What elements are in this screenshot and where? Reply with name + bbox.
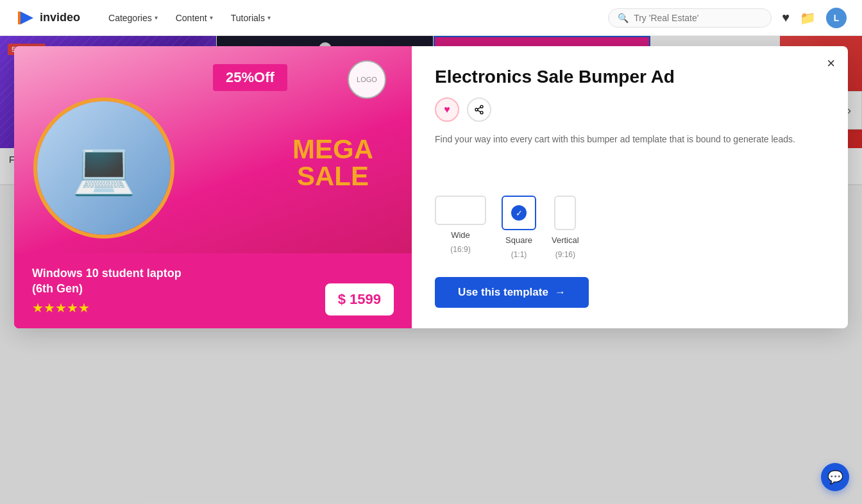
svg-point-3 [475,108,478,111]
share-button[interactable] [467,97,491,122]
svg-marker-1 [18,12,21,24]
svg-line-6 [478,107,481,109]
format-thumb-vertical[interactable] [554,196,576,230]
share-icon [474,105,484,115]
use-template-button[interactable]: Use this template → [435,277,589,308]
preview-logo-circle: LOGO [348,60,386,99]
modal-title: Electronics Sale Bumper Ad [435,67,825,87]
format-ratio-wide: (16:9) [450,245,470,254]
logo-text: invideo [40,11,80,24]
format-ratio-square: (1:1) [511,250,527,259]
preview-product-variant: (6th Gen) [32,281,182,296]
format-option-vertical[interactable]: Vertical (9:16) [552,196,579,259]
header: invideo Categories ▾ Content ▾ Tutorials… [0,0,862,36]
search-bar[interactable]: 🔍 [608,8,772,28]
folder-icon[interactable]: 📁 [800,10,816,26]
format-thumb-square[interactable]: ✓ [502,196,536,230]
format-check-icon: ✓ [511,205,527,221]
preview-laptop-image: 💻 [37,101,171,235]
preview-discount-badge: 25%Off [213,64,287,91]
chat-bubble[interactable]: 💬 [821,463,849,491]
svg-point-4 [480,112,483,114]
search-input[interactable] [634,13,762,23]
format-label-square: Square [505,235,532,245]
modal-preview-panel: 25%Off LOGO 💻 MEGA SALE Windows 10 stude… [14,46,412,328]
format-options: Wide (16:9) ✓ Square (1:1) Vertical (9:1… [435,196,825,259]
modal-action-buttons: ♥ [435,97,825,122]
favorites-icon[interactable]: ♥ [782,10,790,25]
format-label-wide: Wide [451,230,470,240]
preview-product-name: Windows 10 student laptop [32,266,182,281]
chat-icon: 💬 [827,469,843,485]
logo[interactable]: invideo [15,8,80,28]
chevron-down-icon: ▾ [267,14,271,21]
format-option-square[interactable]: ✓ Square (1:1) [502,196,536,259]
modal-info-panel: × Electronics Sale Bumper Ad ♥ Find your… [412,46,848,328]
header-right: 🔍 ♥ 📁 L [608,8,847,28]
svg-point-2 [480,105,483,108]
modal-overlay: 25%Off LOGO 💻 MEGA SALE Windows 10 stude… [0,36,862,504]
preview-stars: ★★★★★ [32,300,182,315]
chevron-down-icon: ▾ [155,14,158,21]
search-icon: 🔍 [618,13,629,23]
format-label-vertical: Vertical [552,235,579,245]
format-ratio-vertical: (9:16) [555,250,575,259]
format-option-wide[interactable]: Wide (16:9) [435,196,486,259]
svg-line-5 [478,110,481,112]
modal-close-button[interactable]: × [827,56,835,71]
preview-laptop-circle: 💻 [33,97,174,239]
like-button[interactable]: ♥ [435,97,459,122]
format-thumb-wide[interactable] [435,196,486,225]
preview-mega-sale: MEGA SALE [292,136,373,190]
preview-product-info: Windows 10 student laptop (6th Gen) ★★★★… [32,266,182,315]
nav-categories[interactable]: Categories ▾ [101,8,165,28]
nav-content[interactable]: Content ▾ [168,8,221,28]
preview-background: 25%Off LOGO 💻 MEGA SALE Windows 10 stude… [14,46,412,328]
preview-bottom-bar: Windows 10 student laptop (6th Gen) ★★★★… [14,253,412,328]
chevron-down-icon: ▾ [210,14,213,21]
avatar[interactable]: L [826,8,847,28]
template-detail-modal: 25%Off LOGO 💻 MEGA SALE Windows 10 stude… [14,46,848,328]
nav-tutorials[interactable]: Tutorials ▾ [223,8,278,28]
modal-description: Find your way into every cart with this … [435,132,825,178]
svg-marker-0 [21,12,33,24]
main-nav: Categories ▾ Content ▾ Tutorials ▾ [101,8,278,28]
logo-icon [15,8,36,28]
preview-price-box: $ 1599 [325,283,394,315]
